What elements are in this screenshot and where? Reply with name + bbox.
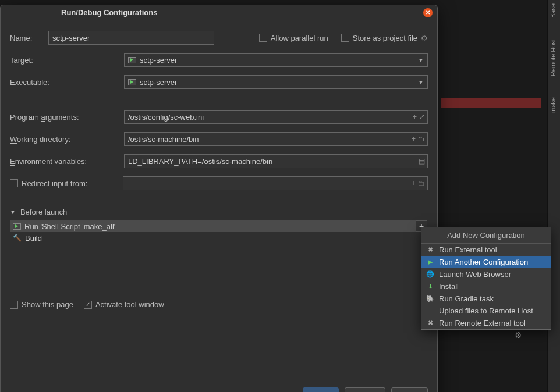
popup-item-install[interactable]: ⬇ Install bbox=[421, 280, 551, 293]
working-dir-label: Working directory: bbox=[10, 135, 124, 144]
popup-item-label: Run External tool bbox=[439, 245, 497, 254]
executable-combo[interactable]: sctp-server ▼ bbox=[124, 75, 428, 89]
allow-parallel-checkbox[interactable] bbox=[259, 34, 267, 42]
disclosure-triangle-icon[interactable]: ▼ bbox=[10, 209, 16, 215]
close-icon[interactable]: ✕ bbox=[423, 8, 433, 17]
task-row[interactable]: Run 'Shell Script 'make_all'' bbox=[10, 220, 427, 232]
dialog-buttons: OK Cancel Apply bbox=[1, 379, 437, 392]
popup-item-label: Run Remote External tool bbox=[439, 319, 526, 327]
env-value: LD_LIBRARY_PATH=/ostis/sc-machine/bin bbox=[128, 157, 272, 166]
popup-item-label: Upload files to Remote Host bbox=[439, 307, 533, 315]
insert-macro-icon[interactable]: + bbox=[413, 113, 417, 121]
popup-item-label: Install bbox=[439, 282, 459, 291]
ok-button[interactable]: OK bbox=[303, 387, 339, 392]
play-icon: ▶ bbox=[426, 258, 434, 266]
allow-parallel-label: Allow parallel run bbox=[271, 34, 328, 42]
program-args-label: Program arguments: bbox=[10, 113, 124, 122]
apply-button[interactable]: Apply bbox=[391, 387, 428, 392]
task-row[interactable]: 🔨 Build bbox=[10, 232, 427, 244]
popup-item-run-gradle-task[interactable]: 🐘 Run Gradle task bbox=[421, 293, 551, 305]
insert-macro-icon[interactable]: + bbox=[412, 179, 416, 187]
tools-icon: ✖ bbox=[426, 319, 434, 327]
before-launch-header: ▼ Before launch bbox=[10, 208, 428, 216]
gradle-icon: 🐘 bbox=[426, 295, 434, 302]
chevron-down-icon: ▼ bbox=[418, 57, 424, 63]
folder-icon[interactable]: 🗀 bbox=[418, 179, 425, 187]
error-strip bbox=[441, 98, 541, 108]
popup-item-run-external-tool[interactable]: ✖ Run External tool bbox=[421, 244, 551, 256]
tools-icon: ✖ bbox=[426, 246, 434, 254]
activate-tool-window-label: Activate tool window bbox=[95, 300, 164, 309]
titlebar: Run/Debug Configurations ✕ bbox=[1, 5, 437, 20]
show-this-page-checkbox[interactable] bbox=[10, 301, 18, 309]
name-input[interactable]: sctp-server bbox=[48, 31, 214, 45]
right-tool-tabs: Base Remote Host make bbox=[547, 0, 560, 392]
gear-icon[interactable]: ⚙ bbox=[421, 34, 428, 42]
show-this-page-label: Show this page bbox=[22, 300, 73, 309]
popup-item-upload-remote-host[interactable]: Upload files to Remote Host bbox=[421, 305, 551, 317]
popup-title: Add New Configuration bbox=[421, 227, 551, 244]
popup-item-label: Launch Web Browser bbox=[439, 270, 511, 279]
program-args-value: /ostis/config/sc-web.ini bbox=[128, 113, 204, 122]
dialog-title: Run/Debug Configurations bbox=[5, 8, 423, 17]
task-label: Run 'Shell Script 'make_all'' bbox=[24, 222, 117, 231]
popup-item-run-remote-external-tool[interactable]: ✖ Run Remote External tool bbox=[421, 317, 551, 329]
gear-icon[interactable]: ⚙ bbox=[515, 330, 522, 340]
env-input[interactable]: LD_LIBRARY_PATH=/ostis/sc-machine/bin ▤ bbox=[124, 154, 428, 168]
add-new-configuration-popup: Add New Configuration ✖ Run External too… bbox=[421, 227, 551, 330]
minimize-icon[interactable]: — bbox=[528, 330, 536, 340]
executable-value: sctp-server bbox=[140, 78, 177, 87]
redirect-label: Redirect input from: bbox=[22, 179, 123, 188]
chevron-down-icon: ▼ bbox=[418, 79, 424, 85]
run-box-icon bbox=[128, 57, 136, 63]
tool-tab-remote-host[interactable]: Remote Host bbox=[548, 35, 558, 80]
executable-label: Executable: bbox=[10, 78, 124, 87]
popup-item-run-another-configuration[interactable]: ▶ Run Another Configuration bbox=[421, 256, 551, 268]
tool-tab-base[interactable]: Base bbox=[548, 0, 558, 22]
working-dir-value: /ostis/sc-machine/bin bbox=[128, 135, 199, 144]
redirect-input[interactable]: + 🗀 bbox=[123, 176, 428, 190]
expand-icon[interactable]: ⤢ bbox=[419, 113, 425, 121]
activate-tool-window-checkbox[interactable] bbox=[84, 301, 92, 309]
store-as-project-checkbox[interactable] bbox=[341, 34, 349, 42]
task-label: Build bbox=[25, 234, 42, 243]
run-debug-dialog: Run/Debug Configurations ✕ Name: sctp-se… bbox=[0, 5, 438, 392]
target-label: Target: bbox=[10, 56, 124, 65]
target-value: sctp-server bbox=[140, 56, 177, 65]
popup-item-launch-web-browser[interactable]: 🌐 Launch Web Browser bbox=[421, 268, 551, 280]
folder-icon[interactable]: 🗀 bbox=[418, 135, 425, 143]
tool-tab-make[interactable]: make bbox=[548, 94, 558, 116]
download-icon: ⬇ bbox=[426, 283, 434, 290]
name-label: Name: bbox=[10, 34, 48, 42]
working-dir-input[interactable]: /ostis/sc-machine/bin + 🗀 bbox=[124, 132, 428, 146]
target-combo[interactable]: sctp-server ▼ bbox=[124, 53, 428, 67]
run-box-icon bbox=[128, 79, 136, 85]
popup-item-label: Run Another Configuration bbox=[439, 258, 528, 266]
popup-item-label: Run Gradle task bbox=[439, 294, 494, 303]
overlay-tools: ⚙ — bbox=[515, 330, 536, 340]
env-label: Environment variables: bbox=[10, 157, 124, 166]
list-icon[interactable]: ▤ bbox=[419, 157, 425, 165]
insert-macro-icon[interactable]: + bbox=[412, 135, 416, 143]
cancel-button[interactable]: Cancel bbox=[345, 387, 385, 392]
program-args-input[interactable]: /ostis/config/sc-web.ini + ⤢ bbox=[124, 110, 428, 124]
store-as-project-label: Store as project file bbox=[353, 34, 417, 42]
before-launch-tasks: Run 'Shell Script 'make_all'' 🔨 Build + bbox=[10, 220, 428, 295]
run-box-icon bbox=[13, 223, 21, 230]
hammer-icon: 🔨 bbox=[13, 234, 22, 242]
redirect-checkbox[interactable] bbox=[10, 179, 18, 187]
globe-icon: 🌐 bbox=[426, 270, 434, 278]
